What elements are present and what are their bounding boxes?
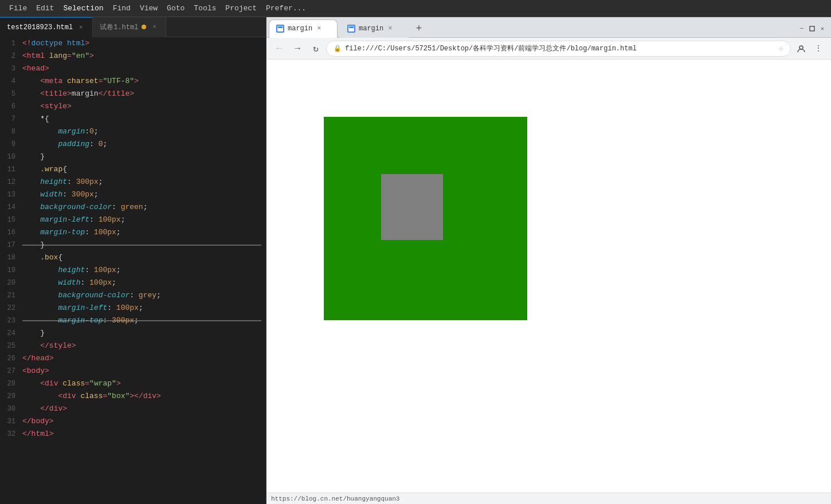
code-line-21: 21 background-color: grey; bbox=[0, 289, 266, 302]
code-line-12: 12 height: 300px; bbox=[0, 176, 266, 188]
browser-menu-icons: ⋮ bbox=[793, 41, 826, 57]
code-line-27: 27 <body> bbox=[0, 365, 266, 377]
css-demo-box bbox=[381, 174, 443, 240]
code-line-24: 24 } bbox=[0, 327, 266, 340]
browser-account-icon[interactable] bbox=[793, 41, 809, 57]
browser-tab-2[interactable]: margin × bbox=[340, 19, 409, 38]
code-line-11: 11 .wrap{ bbox=[0, 163, 266, 176]
code-line-8: 8 margin:0; bbox=[0, 125, 266, 138]
browser-tab-1[interactable]: margin × bbox=[269, 19, 338, 38]
code-line-18: 18 .box{ bbox=[0, 251, 266, 264]
browser-tab-icon-1 bbox=[276, 25, 284, 33]
editor-panel: test2018923.html × 试卷1.html × 1 <!doctyp… bbox=[0, 17, 266, 504]
svg-rect-4 bbox=[810, 26, 814, 31]
code-line-1: 1 <!doctype html> bbox=[0, 37, 266, 50]
code-line-5: 5 <title>margin</title> bbox=[0, 88, 266, 100]
address-url: file:///C:/Users/57251/Desktop/各科学习资料/前端… bbox=[345, 44, 775, 53]
code-line-26: 26 </head> bbox=[0, 352, 266, 365]
main-area: test2018923.html × 试卷1.html × 1 <!doctyp… bbox=[0, 17, 831, 504]
code-line-25: 25 </style> bbox=[0, 340, 266, 352]
browser-back-btn[interactable]: ← bbox=[271, 41, 287, 57]
code-lines: 1 <!doctype html> 2 <html lang="en"> 3 <… bbox=[0, 37, 266, 440]
menu-prefer[interactable]: Prefer... bbox=[261, 0, 311, 17]
menu-tools[interactable]: Tools bbox=[189, 0, 221, 17]
editor-tab-test-close[interactable]: × bbox=[76, 23, 85, 32]
browser-restore-btn[interactable] bbox=[808, 25, 816, 33]
menu-bar: File Edit Selection Find View Goto Tools… bbox=[0, 0, 831, 17]
editor-tab-test[interactable]: test2018923.html × bbox=[0, 17, 93, 37]
code-line-9: 9 padding: 0; bbox=[0, 138, 266, 151]
browser-tab-1-label: margin bbox=[288, 25, 312, 33]
code-line-7: 7 *{ bbox=[0, 113, 266, 125]
css-demo-wrap bbox=[324, 117, 527, 320]
code-line-17: 17 } bbox=[0, 239, 266, 251]
secure-icon: 🔒 bbox=[334, 45, 342, 52]
code-line-13: 13 width: 300px; bbox=[0, 188, 266, 201]
browser-status-bar: https://blog.cn.net/huangyangquan3 bbox=[266, 493, 831, 504]
browser-tab-1-close[interactable]: × bbox=[317, 25, 321, 33]
editor-tab-exam-modified bbox=[142, 25, 146, 29]
browser-address-bar: ← → ↻ 🔒 file:///C:/Users/57251/Desktop/各… bbox=[266, 38, 831, 60]
code-line-23: 23 margin-top: 300px; bbox=[0, 314, 266, 327]
code-line-30: 30 </div> bbox=[0, 403, 266, 415]
code-line-3: 3 <head> bbox=[0, 62, 266, 75]
svg-rect-1 bbox=[278, 26, 283, 28]
editor-tab-exam-label: 试卷1.html bbox=[100, 22, 138, 32]
code-line-16: 16 margin-top: 100px; bbox=[0, 226, 266, 239]
menu-selection[interactable]: Selection bbox=[58, 0, 108, 17]
menu-find[interactable]: Find bbox=[108, 0, 135, 17]
code-line-15: 15 margin-left: 100px; bbox=[0, 214, 266, 226]
browser-close-btn[interactable]: ✕ bbox=[818, 25, 826, 33]
code-line-32: 32 </html> bbox=[0, 428, 266, 440]
bookmark-icon[interactable]: ☆ bbox=[779, 44, 783, 53]
browser-minimize-btn[interactable]: — bbox=[798, 25, 806, 33]
menu-file[interactable]: File bbox=[5, 0, 32, 17]
menu-edit[interactable]: Edit bbox=[32, 0, 58, 17]
code-line-28: 28 <div class="wrap"> bbox=[0, 377, 266, 390]
menu-project[interactable]: Project bbox=[221, 0, 261, 17]
code-line-29: 29 <div class="box"></div> bbox=[0, 390, 266, 403]
menu-view[interactable]: View bbox=[135, 0, 162, 17]
browser-tab-2-close[interactable]: × bbox=[388, 25, 392, 33]
editor-tab-bar: test2018923.html × 试卷1.html × bbox=[0, 17, 266, 37]
svg-rect-3 bbox=[349, 26, 354, 28]
code-line-2: 2 <html lang="en"> bbox=[0, 50, 266, 62]
browser-status-text: https://blog.cn.net/huangyangquan3 bbox=[271, 495, 399, 502]
code-line-19: 19 height: 100px; bbox=[0, 264, 266, 277]
code-line-14: 14 background-color: green; bbox=[0, 201, 266, 214]
code-line-6: 6 <style> bbox=[0, 100, 266, 113]
browser-window-controls: — ✕ bbox=[798, 25, 826, 33]
code-line-22: 22 margin-left: 100px; bbox=[0, 302, 266, 314]
browser-tab-bar: margin × margin × + — ✕ bbox=[266, 17, 831, 38]
browser-tab-2-label: margin bbox=[359, 25, 383, 33]
code-line-10: 10 } bbox=[0, 151, 266, 163]
code-line-20: 20 width: 100px; bbox=[0, 277, 266, 289]
browser-options-icon[interactable]: ⋮ bbox=[810, 41, 826, 57]
editor-tab-exam-close[interactable]: × bbox=[150, 22, 159, 32]
code-line-31: 31 </body> bbox=[0, 415, 266, 428]
browser-panel: margin × margin × + — ✕ bbox=[266, 17, 831, 504]
editor-tab-exam[interactable]: 试卷1.html × bbox=[93, 17, 166, 37]
browser-content bbox=[266, 60, 831, 493]
browser-tab-icon-2 bbox=[347, 25, 355, 33]
code-line-4: 4 <meta charset="UTF-8"> bbox=[0, 75, 266, 88]
menu-goto[interactable]: Goto bbox=[162, 0, 189, 17]
browser-address-input[interactable]: 🔒 file:///C:/Users/57251/Desktop/各科学习资料/… bbox=[326, 41, 791, 57]
browser-refresh-btn[interactable]: ↻ bbox=[308, 41, 324, 57]
editor-tab-test-label: test2018923.html bbox=[7, 23, 73, 32]
svg-point-5 bbox=[799, 46, 803, 49]
browser-new-tab-btn[interactable]: + bbox=[411, 21, 427, 37]
browser-forward-btn[interactable]: → bbox=[289, 41, 305, 57]
